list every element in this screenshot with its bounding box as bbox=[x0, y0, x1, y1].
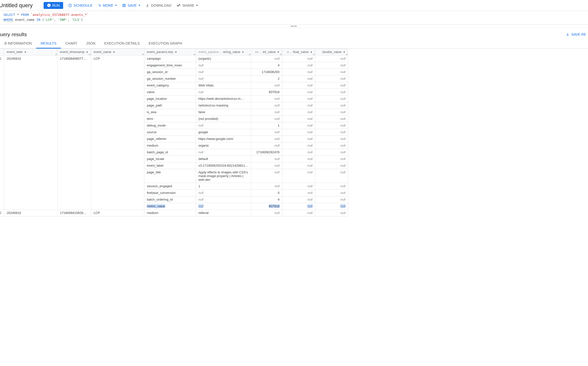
table-cell[interactable]: null bbox=[282, 142, 315, 149]
table-cell[interactable]: null bbox=[315, 116, 348, 122]
table-cell[interactable]: 1718006406077… bbox=[57, 55, 91, 210]
table-cell[interactable]: 1718006292476 bbox=[251, 149, 282, 156]
tab-chart[interactable]: CHART bbox=[61, 39, 82, 48]
table-cell[interactable]: /articles/css-masking bbox=[196, 102, 251, 109]
table-cell[interactable]: null bbox=[315, 203, 348, 210]
table-cell[interactable]: default bbox=[196, 156, 251, 162]
table-cell[interactable]: null bbox=[251, 116, 282, 122]
table-cell[interactable]: null bbox=[282, 210, 315, 216]
resize-icon[interactable]: ◢ bbox=[142, 53, 144, 55]
schedule-button[interactable]: SCHEDULE bbox=[68, 2, 92, 8]
table-cell[interactable]: event_label bbox=[144, 162, 196, 169]
table-cell[interactable]: null bbox=[315, 169, 348, 183]
table-cell[interactable]: null bbox=[282, 122, 315, 129]
table-cell[interactable]: https://www.google.com/ bbox=[196, 136, 251, 142]
query-title[interactable]: Untitled query bbox=[0, 2, 33, 9]
table-cell[interactable]: LCP bbox=[91, 210, 144, 216]
table-cell[interactable]: null bbox=[315, 69, 348, 76]
table-cell[interactable]: Apply effects to images with CSS's mask-… bbox=[196, 169, 251, 183]
table-cell[interactable]: page_referrer bbox=[144, 136, 196, 142]
table-cell[interactable]: 607918 bbox=[251, 89, 282, 96]
tab-execution-graph[interactable]: EXECUTION GRAPH bbox=[144, 39, 187, 48]
chevron-down-icon[interactable]: ▼ bbox=[242, 51, 244, 53]
table-cell[interactable]: null bbox=[196, 89, 251, 96]
table-cell[interactable]: null bbox=[251, 162, 282, 169]
col-key[interactable]: event_params.key▼◢ bbox=[144, 49, 196, 55]
table-cell[interactable]: null bbox=[315, 96, 348, 102]
resize-icon[interactable]: ◢ bbox=[55, 53, 57, 55]
table-cell[interactable]: page_locale bbox=[144, 156, 196, 162]
chevron-down-icon[interactable]: ▼ bbox=[175, 51, 177, 53]
table-cell[interactable]: session_engaged bbox=[144, 183, 196, 190]
save-button[interactable]: SAVE ▼ bbox=[122, 2, 140, 8]
resize-icon[interactable]: ◢ bbox=[193, 53, 195, 55]
table-cell[interactable]: null bbox=[315, 149, 348, 156]
table-cell[interactable]: 1 bbox=[251, 122, 282, 129]
table-cell[interactable]: medium bbox=[144, 210, 196, 216]
table-cell[interactable]: value bbox=[144, 89, 196, 96]
table-cell[interactable]: null bbox=[315, 62, 348, 69]
table-cell[interactable]: null bbox=[251, 210, 282, 216]
table-cell[interactable]: null bbox=[196, 203, 251, 210]
table-cell[interactable]: null bbox=[282, 169, 315, 183]
table-cell[interactable]: null bbox=[315, 156, 348, 162]
table-cell[interactable]: null bbox=[282, 82, 315, 89]
table-cell[interactable]: batch_page_id bbox=[144, 149, 196, 156]
table-cell[interactable]: null bbox=[251, 156, 282, 162]
col-event-name[interactable]: event_name▼◢ bbox=[91, 49, 144, 55]
table-cell[interactable]: term bbox=[144, 116, 196, 122]
table-cell[interactable]: null bbox=[251, 142, 282, 149]
table-cell[interactable]: medium bbox=[144, 142, 196, 149]
table-cell[interactable]: null bbox=[251, 183, 282, 190]
save-results-button[interactable]: SAVE RE bbox=[566, 32, 586, 36]
tab-execution-details[interactable]: EXECUTION DETAILS bbox=[100, 39, 144, 48]
col-string-value[interactable]: event_params… string_value▼◢ bbox=[196, 49, 251, 55]
table-cell[interactable]: (not provided) bbox=[196, 116, 251, 122]
run-button[interactable]: RUN bbox=[44, 2, 63, 9]
table-cell[interactable]: engagement_time_msec bbox=[144, 62, 196, 69]
table-cell[interactable]: source bbox=[144, 129, 196, 136]
table-cell[interactable]: null bbox=[315, 183, 348, 190]
table-cell[interactable]: is_eea bbox=[144, 109, 196, 116]
table-cell[interactable]: null bbox=[315, 102, 348, 109]
table-cell[interactable]: 1718006293 bbox=[251, 69, 282, 76]
table-cell[interactable]: campaign bbox=[144, 55, 196, 62]
table-cell[interactable]: page_location bbox=[144, 96, 196, 102]
table-cell[interactable]: 2 bbox=[251, 76, 282, 82]
table-cell[interactable]: null bbox=[315, 196, 348, 203]
table-cell[interactable]: null bbox=[196, 190, 251, 196]
chevron-down-icon[interactable]: ▼ bbox=[24, 51, 27, 53]
col-int-value[interactable]: ev… int_value▼◢ bbox=[251, 49, 282, 55]
table-cell[interactable]: google bbox=[196, 129, 251, 136]
table-cell[interactable]: batch_ordering_id bbox=[144, 196, 196, 203]
tab-job-information[interactable]: B INFORMATION bbox=[0, 39, 36, 48]
col-rownum[interactable] bbox=[0, 49, 4, 55]
table-cell[interactable]: 0 bbox=[251, 190, 282, 196]
table-cell[interactable]: 4 bbox=[251, 62, 282, 69]
table-cell[interactable]: null bbox=[282, 96, 315, 102]
resize-icon[interactable]: ◢ bbox=[346, 53, 347, 55]
table-cell[interactable]: null bbox=[315, 162, 348, 169]
table-cell[interactable]: null bbox=[282, 116, 315, 122]
col-event-date[interactable]: event_date▼◢ bbox=[4, 49, 57, 55]
table-cell[interactable]: 20240610 bbox=[4, 210, 57, 216]
table-cell[interactable]: ga_session_id bbox=[144, 69, 196, 76]
more-button[interactable]: MORE ▼ bbox=[97, 2, 117, 8]
table-cell[interactable]: null bbox=[315, 210, 348, 216]
chevron-down-icon[interactable]: ▼ bbox=[86, 51, 88, 53]
table-cell[interactable]: (organic) bbox=[196, 55, 251, 62]
tab-json[interactable]: JSON bbox=[82, 39, 100, 48]
table-cell[interactable]: null bbox=[282, 203, 315, 210]
table-cell[interactable]: null bbox=[251, 109, 282, 116]
table-cell[interactable]: null bbox=[315, 55, 348, 62]
table-cell[interactable]: null bbox=[282, 69, 315, 76]
resize-icon[interactable]: ◢ bbox=[249, 53, 250, 55]
table-cell[interactable]: v3-1718006293318-6021428911… bbox=[196, 162, 251, 169]
table-cell[interactable]: null bbox=[196, 62, 251, 69]
table-cell[interactable]: null bbox=[282, 129, 315, 136]
table-cell[interactable]: Web Vitals bbox=[196, 82, 251, 89]
table-cell[interactable]: metric_value bbox=[144, 203, 196, 210]
table-cell[interactable]: 4 bbox=[251, 196, 282, 203]
table-cell[interactable]: https://web.dev/articles/css-m… bbox=[196, 96, 251, 102]
table-cell[interactable]: null bbox=[251, 129, 282, 136]
